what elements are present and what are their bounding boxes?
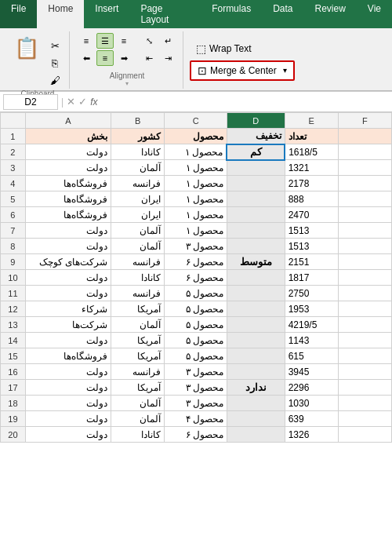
row-number-2[interactable]: 2 <box>1 144 26 160</box>
tab-file[interactable]: File <box>0 0 37 28</box>
decrease-indent-button[interactable]: ⇤ <box>140 50 158 66</box>
cell-e5[interactable]: 888 <box>285 191 338 207</box>
row-number-13[interactable]: 13 <box>1 317 26 333</box>
cell-b13[interactable]: آلمان <box>111 317 165 333</box>
cell-e15[interactable]: 615 <box>285 348 338 364</box>
cell-c20[interactable]: محصول ۶ <box>165 427 227 443</box>
cell-d20[interactable] <box>227 427 285 443</box>
cell-b7[interactable]: آلمان <box>111 223 165 239</box>
cell-f5[interactable] <box>338 191 391 207</box>
align-left-button[interactable]: ⬅ <box>78 50 95 66</box>
cell-b15[interactable]: آمریکا <box>111 348 165 364</box>
cell-b12[interactable]: آمریکا <box>111 301 165 317</box>
cell-e6[interactable]: 2470 <box>285 207 338 223</box>
cell-a16[interactable]: دولت <box>25 364 111 380</box>
cell-a7[interactable]: دولت <box>25 223 111 239</box>
cell-c12[interactable]: محصول ۵ <box>165 301 227 317</box>
col-header-E[interactable]: E <box>285 113 338 129</box>
row-number-3[interactable]: 3 <box>1 160 26 176</box>
cell-c4[interactable]: محصول ۱ <box>165 176 227 191</box>
cell-e10[interactable]: 1817 <box>285 270 338 286</box>
cell-f3[interactable] <box>338 160 391 176</box>
row-number-8[interactable]: 8 <box>1 239 26 254</box>
cell-f2[interactable] <box>338 144 391 160</box>
text-direction-button[interactable]: ⤡ <box>140 33 158 49</box>
cell-b18[interactable]: آلمان <box>111 396 165 411</box>
align-bottom-button[interactable]: ≡ <box>115 33 132 49</box>
cell-b19[interactable]: آلمان <box>111 411 165 427</box>
cell-d12[interactable] <box>227 301 285 317</box>
cell-e1[interactable]: تعداد <box>285 129 338 144</box>
cell-d6[interactable] <box>227 207 285 223</box>
cell-f19[interactable] <box>338 411 391 427</box>
cell-a5[interactable]: فروشگاه‌ها <box>25 191 111 207</box>
cell-f8[interactable] <box>338 239 391 254</box>
row-number-1[interactable]: 1 <box>1 129 26 144</box>
cell-e2[interactable]: 1618/5 <box>285 144 338 160</box>
cell-c16[interactable]: محصول ۳ <box>165 364 227 380</box>
row-number-7[interactable]: 7 <box>1 223 26 239</box>
cut-button[interactable]: ✂ <box>45 38 64 53</box>
align-middle-button[interactable]: ☰ <box>96 33 114 49</box>
indent-button[interactable]: ↵ <box>159 33 176 49</box>
cell-c1[interactable]: محصول <box>165 129 227 144</box>
cell-a8[interactable]: دولت <box>25 239 111 254</box>
col-header-F[interactable]: F <box>338 113 391 129</box>
cell-c5[interactable]: محصول ۱ <box>165 191 227 207</box>
cell-a17[interactable]: دولت <box>25 380 111 396</box>
cell-a11[interactable]: دولت <box>25 286 111 301</box>
cell-a6[interactable]: فروشگاه‌ها <box>25 207 111 223</box>
cell-d3[interactable] <box>227 160 285 176</box>
cell-c13[interactable]: محصول ۵ <box>165 317 227 333</box>
cell-d13[interactable] <box>227 317 285 333</box>
cell-d10[interactable] <box>227 270 285 286</box>
cell-f16[interactable] <box>338 364 391 380</box>
cell-reference-box[interactable] <box>3 94 58 110</box>
cell-f11[interactable] <box>338 286 391 301</box>
cell-f12[interactable] <box>338 301 391 317</box>
cell-f4[interactable] <box>338 176 391 191</box>
cell-a3[interactable]: دولت <box>25 160 111 176</box>
paste-button[interactable]: 📋 Clipboard <box>11 35 42 62</box>
cell-c6[interactable]: محصول ۱ <box>165 207 227 223</box>
cell-b4[interactable]: فرانسه <box>111 176 165 191</box>
align-top-button[interactable]: ≡ <box>78 33 95 49</box>
cell-d1[interactable]: تخفیف <box>227 129 285 144</box>
cell-d2[interactable]: کم <box>227 144 285 160</box>
cell-c3[interactable]: محصول ۱ <box>165 160 227 176</box>
cell-c11[interactable]: محصول ۵ <box>165 286 227 301</box>
cell-a13[interactable]: شرکت‌ها <box>25 317 111 333</box>
cell-b6[interactable]: ایران <box>111 207 165 223</box>
row-number-6[interactable]: 6 <box>1 207 26 223</box>
cell-e16[interactable]: 3945 <box>285 364 338 380</box>
row-number-11[interactable]: 11 <box>1 286 26 301</box>
cell-d9[interactable]: متوسط <box>227 254 285 270</box>
cell-c10[interactable]: محصول ۶ <box>165 270 227 286</box>
cell-b17[interactable]: آمریکا <box>111 380 165 396</box>
cell-e12[interactable]: 1953 <box>285 301 338 317</box>
cell-e14[interactable]: 1143 <box>285 333 338 348</box>
cell-d18[interactable] <box>227 396 285 411</box>
cell-f1[interactable] <box>338 129 391 144</box>
cell-d14[interactable] <box>227 333 285 348</box>
align-center-button[interactable]: ≡ <box>96 50 114 66</box>
cell-a2[interactable]: دولت <box>25 144 111 160</box>
cell-f14[interactable] <box>338 333 391 348</box>
format-painter-button[interactable]: 🖌 <box>45 72 64 88</box>
formula-input[interactable] <box>100 95 389 109</box>
cell-e3[interactable]: 1321 <box>285 160 338 176</box>
cell-b9[interactable]: فرانسه <box>111 254 165 270</box>
cell-d8[interactable] <box>227 239 285 254</box>
tab-formulas[interactable]: Formulas <box>201 0 262 28</box>
cell-f17[interactable] <box>338 380 391 396</box>
tab-home[interactable]: Home <box>37 0 84 28</box>
cell-b10[interactable]: کانادا <box>111 270 165 286</box>
row-number-5[interactable]: 5 <box>1 191 26 207</box>
cell-f20[interactable] <box>338 427 391 443</box>
cell-b8[interactable]: آلمان <box>111 239 165 254</box>
cell-d4[interactable] <box>227 176 285 191</box>
col-header-D[interactable]: D <box>227 113 285 129</box>
cell-e7[interactable]: 1513 <box>285 223 338 239</box>
cell-b16[interactable]: فرانسه <box>111 364 165 380</box>
cell-e13[interactable]: 4219/5 <box>285 317 338 333</box>
